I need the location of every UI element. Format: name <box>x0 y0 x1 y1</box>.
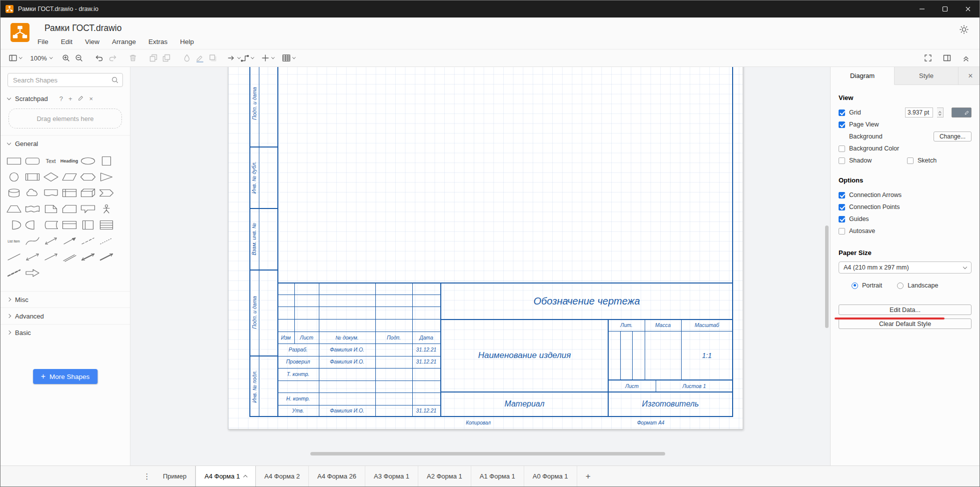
titleblock-product-name[interactable]: Наименование изделия <box>441 319 608 392</box>
shape-callout-icon[interactable] <box>78 201 97 217</box>
insert-button[interactable] <box>261 52 274 64</box>
shape-dashed-line-icon[interactable] <box>78 233 97 249</box>
titleblock-mass-label[interactable]: Масса <box>645 319 681 331</box>
margin-label[interactable]: Подп. и дата <box>249 67 259 146</box>
titleblock-row-role[interactable]: Н. контр. <box>277 393 319 404</box>
shape-dashed-link-icon[interactable] <box>4 265 23 281</box>
sidebar-section-advanced[interactable]: Advanced <box>0 308 130 324</box>
zoom-dropdown[interactable]: 100% <box>29 52 52 64</box>
shape-list-item-icon[interactable]: List Item <box>4 233 23 249</box>
page-tab-А4 Форма 26[interactable]: А4 Форма 26 <box>309 466 365 486</box>
clear-default-style-button[interactable]: Clear Default Style <box>839 318 972 329</box>
shape-thick-arrow-icon[interactable] <box>23 265 41 281</box>
frame-copied-label[interactable]: Копировал <box>428 417 528 429</box>
minimize-button[interactable] <box>911 0 934 18</box>
menu-help[interactable]: Help <box>180 38 194 46</box>
shadow-checkbox[interactable] <box>839 158 845 164</box>
titleblock-scale-value[interactable]: 1:1 <box>681 331 733 380</box>
shape-rectangle-icon[interactable] <box>4 153 23 169</box>
titleblock-row-date[interactable]: 31.12.21 <box>412 356 440 368</box>
waypoints-button[interactable] <box>240 52 254 64</box>
shape-diamond-icon[interactable] <box>41 169 60 185</box>
change-background-button[interactable]: Change... <box>934 132 972 142</box>
shape-vertical-container-icon[interactable] <box>78 217 97 233</box>
shape-hexagon-icon[interactable] <box>78 169 97 185</box>
portrait-radio[interactable] <box>852 282 858 289</box>
shape-link-icon[interactable] <box>60 249 78 265</box>
add-page-button[interactable]: + <box>577 466 599 486</box>
table-button[interactable] <box>282 52 295 64</box>
drawing-page[interactable]: Обозначение чертежаНаименование изделияМ… <box>228 67 743 430</box>
tab-diagram[interactable]: Diagram <box>831 67 895 85</box>
titleblock-row-name[interactable]: Фамилия И.О. <box>319 405 375 416</box>
margin-label[interactable]: Взам. инв. № <box>249 208 259 270</box>
menu-edit[interactable]: Edit <box>61 38 72 46</box>
shape-card-icon[interactable] <box>60 201 78 217</box>
theme-toggle-button[interactable] <box>957 22 972 37</box>
shape-textbox-icon[interactable]: Heading <box>60 153 78 169</box>
titleblock-row-date[interactable]: 31.12.21 <box>412 344 440 356</box>
titleblock-sheet-label[interactable]: Лист <box>608 380 656 392</box>
page-tab-Пример[interactable]: Пример <box>154 466 195 486</box>
undo-button[interactable] <box>93 52 106 64</box>
zoom-in-button[interactable] <box>59 52 72 64</box>
zoom-out-button[interactable] <box>72 52 85 64</box>
titleblock-manufacturer[interactable]: Изготовитель <box>608 392 733 416</box>
shape-or-icon[interactable] <box>4 217 23 233</box>
maximize-button[interactable] <box>934 0 957 18</box>
connection-style-button[interactable] <box>227 52 240 64</box>
grid-color-swatch[interactable] <box>952 108 972 118</box>
grid-size-input[interactable] <box>905 108 933 118</box>
margin-label[interactable]: Подп. и дата <box>249 270 259 356</box>
shape-tape-icon[interactable] <box>23 201 41 217</box>
background-color-checkbox[interactable] <box>839 146 845 152</box>
scratchpad-dropzone[interactable]: Drag elements here <box>8 108 122 128</box>
shape-and-icon[interactable] <box>23 217 41 233</box>
shape-rounded-rectangle-icon[interactable] <box>23 153 41 169</box>
pages-menu-icon[interactable]: ⋮ <box>139 466 154 486</box>
titleblock-row-name[interactable]: Фамилия И.О. <box>319 344 375 356</box>
vertical-scrollbar[interactable] <box>825 226 829 328</box>
shape-list-icon[interactable] <box>97 217 115 233</box>
titleblock-row-name[interactable]: Фамилия И.О. <box>319 356 375 368</box>
sidebar-section-misc[interactable]: Misc <box>0 291 130 308</box>
shape-bidirectional-connector-icon[interactable] <box>23 249 41 265</box>
page-tab-А4 Форма 2[interactable]: А4 Форма 2 <box>256 466 309 486</box>
page-tab-А4 Форма 1[interactable]: А4 Форма 1 <box>195 466 256 486</box>
view-panels-button[interactable] <box>8 52 22 64</box>
horizontal-scrollbar[interactable] <box>310 452 665 456</box>
titleblock-material[interactable]: Материал <box>441 392 608 416</box>
shadow-button[interactable] <box>206 52 219 64</box>
page-tab-А3 Форма 1[interactable]: А3 Форма 1 <box>365 466 418 486</box>
shape-cube-icon[interactable] <box>78 185 97 201</box>
shape-ellipse-icon[interactable] <box>78 153 97 169</box>
redo-button[interactable] <box>106 52 119 64</box>
page-tab-А1 Форма 1[interactable]: А1 Форма 1 <box>471 466 524 486</box>
menu-view[interactable]: View <box>85 38 99 46</box>
shape-trapezoid-icon[interactable] <box>4 201 23 217</box>
shape-square-icon[interactable] <box>97 153 115 169</box>
connection-points-checkbox[interactable] <box>839 204 845 210</box>
titleblock-scale-label[interactable]: Масштаб <box>681 319 733 331</box>
shape-cylinder-icon[interactable] <box>4 185 23 201</box>
shape-parallelogram-icon[interactable] <box>60 169 78 185</box>
titleblock-column-header[interactable]: Изм <box>277 332 294 344</box>
to-front-button[interactable] <box>147 52 160 64</box>
connection-arrows-checkbox[interactable] <box>839 192 845 198</box>
shape-dotted-line-icon[interactable] <box>97 233 115 249</box>
close-panel-icon[interactable]: × <box>962 67 980 84</box>
shape-triangle-icon[interactable] <box>97 169 115 185</box>
autosave-checkbox[interactable] <box>839 228 845 234</box>
page-tab-А2 Форма 1[interactable]: А2 Форма 1 <box>418 466 471 486</box>
grid-size-stepper[interactable] <box>937 108 944 118</box>
titleblock-column-header[interactable]: Подп. <box>375 332 412 344</box>
titleblock-designation[interactable]: Обозначение чертежа <box>441 282 733 319</box>
search-shapes-input[interactable] <box>7 73 123 87</box>
sidebar-section-general[interactable]: General <box>0 135 130 152</box>
shape-data-storage-icon[interactable] <box>41 217 60 233</box>
titleblock-column-header[interactable]: Лист <box>294 332 319 344</box>
sidebar-section-basic[interactable]: Basic <box>0 324 130 340</box>
page-view-checkbox[interactable] <box>839 122 845 128</box>
fullscreen-button[interactable] <box>922 52 935 64</box>
shape-internal-storage-icon[interactable] <box>60 185 78 201</box>
